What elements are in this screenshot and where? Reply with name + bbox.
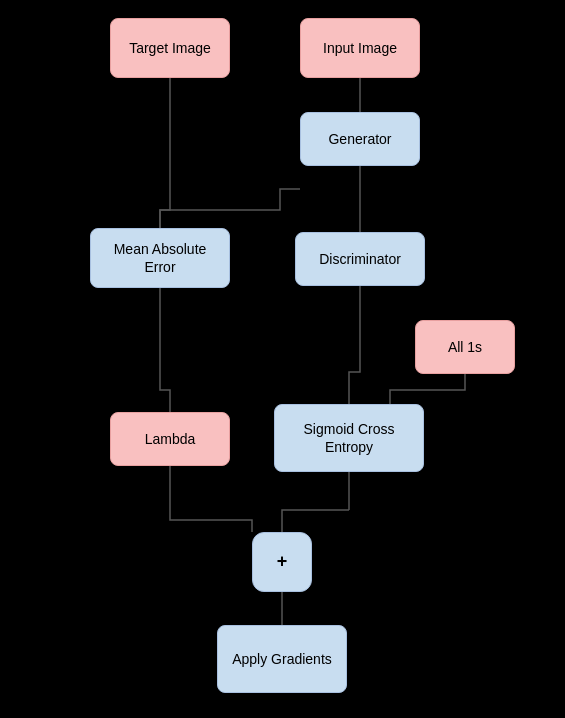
inputImage-node: Input Image — [300, 18, 420, 78]
discriminator-node: Discriminator — [295, 232, 425, 286]
plus-node: + — [252, 532, 312, 592]
all1s-node: All 1s — [415, 320, 515, 374]
lambda-node: Lambda — [110, 412, 230, 466]
sigmoidCE-node: Sigmoid Cross Entropy — [274, 404, 424, 472]
generator-node: Generator — [300, 112, 420, 166]
meanAbsError-node: Mean Absolute Error — [90, 228, 230, 288]
applyGradients-node: Apply Gradients — [217, 625, 347, 693]
targetImage-node: Target Image — [110, 18, 230, 78]
